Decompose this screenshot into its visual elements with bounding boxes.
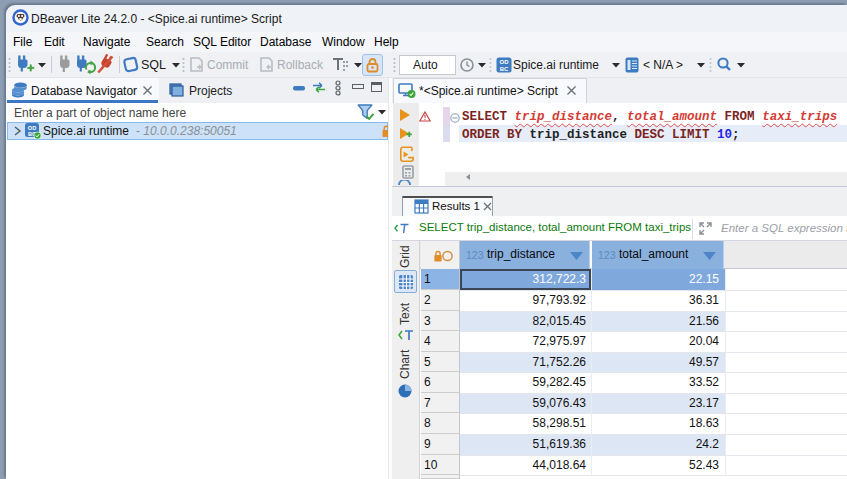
svg-text:OD: OD (500, 59, 510, 65)
svg-text:BC: BC (500, 66, 509, 72)
